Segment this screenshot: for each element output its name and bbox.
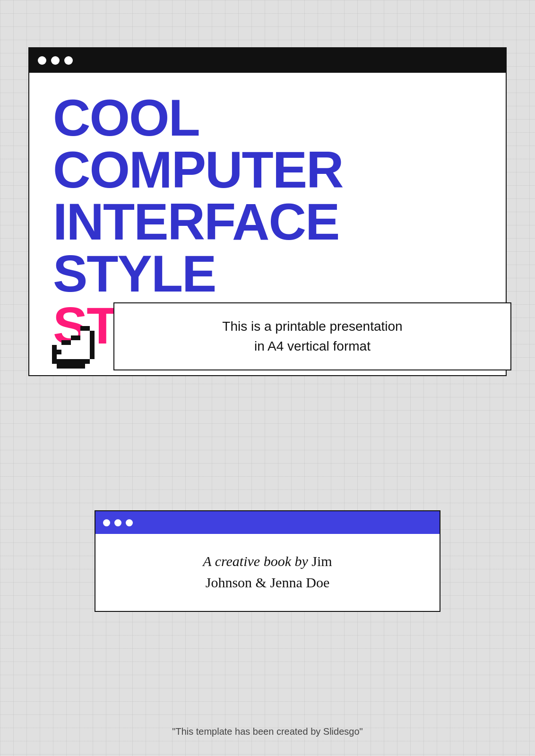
window-dot-1 (38, 56, 46, 65)
svg-rect-4 (90, 331, 95, 335)
svg-rect-49 (52, 354, 57, 359)
svg-rect-1 (85, 326, 90, 331)
svg-rect-16 (66, 340, 71, 345)
svg-rect-42 (66, 359, 71, 364)
svg-rect-34 (66, 354, 71, 359)
svg-rect-18 (66, 345, 71, 350)
svg-rect-19 (71, 345, 76, 350)
svg-rect-51 (57, 364, 61, 369)
svg-rect-25 (61, 350, 66, 354)
window-dot-3 (64, 56, 73, 65)
bottom-window-body: A creative book by JimJohnson & Jenna Do… (95, 534, 440, 611)
svg-rect-9 (76, 335, 80, 340)
svg-rect-54 (71, 364, 76, 369)
svg-rect-32 (57, 354, 61, 359)
svg-rect-36 (76, 354, 80, 359)
svg-rect-44 (76, 359, 80, 364)
svg-rect-38 (85, 354, 90, 359)
svg-rect-3 (85, 331, 90, 335)
svg-rect-23 (90, 345, 95, 350)
svg-rect-17 (61, 345, 66, 350)
bottom-dot-3 (126, 519, 133, 526)
svg-rect-35 (71, 354, 76, 359)
svg-rect-21 (80, 345, 85, 350)
svg-rect-15 (61, 340, 66, 345)
main-titlebar (29, 48, 506, 73)
svg-rect-13 (85, 340, 90, 345)
footer-text: "This template has been created by Slide… (0, 726, 535, 737)
svg-rect-55 (76, 364, 80, 369)
svg-rect-2 (80, 331, 85, 335)
svg-rect-6 (85, 335, 90, 340)
svg-rect-40 (57, 359, 61, 364)
svg-rect-27 (71, 350, 76, 354)
cursor-svg (52, 321, 113, 383)
svg-rect-29 (80, 350, 85, 354)
svg-rect-20 (76, 345, 80, 350)
creative-book-italic: A creative book by (203, 553, 308, 569)
title-line-1: COOL COMPUTER (53, 92, 482, 196)
svg-rect-14 (90, 340, 95, 345)
svg-rect-53 (66, 364, 71, 369)
svg-rect-41 (61, 359, 66, 364)
svg-rect-56 (80, 364, 85, 369)
svg-rect-26 (66, 350, 71, 354)
subtitle-line1: This is a printable presentation (222, 319, 402, 334)
subtitle-box: This is a printable presentation in A4 v… (113, 302, 511, 370)
title-line-2: INTERFACE STYLE (53, 196, 482, 300)
bottom-dot-1 (103, 519, 110, 526)
svg-rect-37 (80, 354, 85, 359)
bottom-dot-2 (114, 519, 121, 526)
svg-rect-33 (61, 354, 66, 359)
svg-rect-12 (80, 340, 85, 345)
svg-rect-11 (76, 340, 80, 345)
svg-rect-7 (90, 335, 95, 340)
window-dot-2 (51, 56, 60, 65)
bottom-browser-window: A creative book by JimJohnson & Jenna Do… (95, 510, 440, 612)
svg-rect-8 (71, 335, 76, 340)
creative-book-text: A creative book by JimJohnson & Jenna Do… (114, 550, 421, 593)
svg-rect-46 (85, 359, 90, 364)
svg-rect-39 (90, 354, 95, 359)
bottom-titlebar (95, 511, 440, 534)
subtitle-text: This is a printable presentation in A4 v… (133, 317, 492, 356)
svg-rect-47 (52, 345, 57, 350)
svg-rect-31 (90, 350, 95, 354)
svg-rect-48 (52, 350, 57, 354)
svg-rect-24 (57, 350, 61, 354)
svg-rect-10 (71, 340, 76, 345)
svg-rect-22 (85, 345, 90, 350)
subtitle-line2: in A4 vertical format (254, 339, 371, 353)
svg-rect-30 (85, 350, 90, 354)
svg-rect-52 (61, 364, 66, 369)
svg-rect-5 (80, 335, 85, 340)
svg-rect-0 (80, 326, 85, 331)
svg-rect-43 (71, 359, 76, 364)
pixel-cursor-icon (52, 321, 113, 383)
svg-rect-45 (80, 359, 85, 364)
svg-rect-50 (52, 359, 57, 364)
svg-rect-28 (76, 350, 80, 354)
